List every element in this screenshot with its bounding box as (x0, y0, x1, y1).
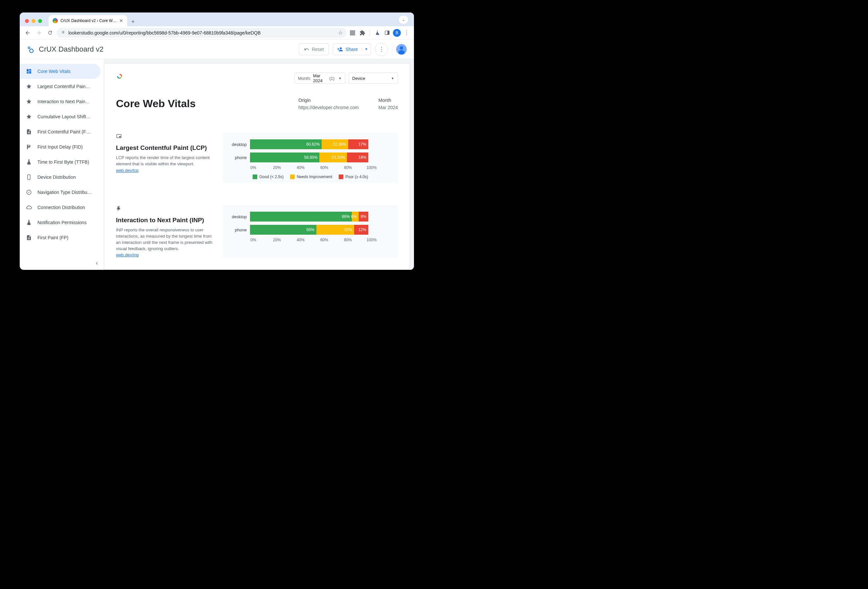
bar-track: 86%6%8% (250, 212, 368, 222)
month-value: Mar 2024 (378, 105, 398, 110)
dashboard-icon (26, 68, 32, 74)
svg-point-4 (29, 47, 30, 48)
collapse-sidebar-button[interactable]: ‹ (96, 260, 98, 266)
sidebar-item-label: Cumulative Layout Shift… (37, 114, 91, 119)
sidebar-item-1[interactable]: Largest Contentful Pain… (20, 79, 100, 94)
doc-icon (26, 129, 32, 135)
metric-link[interactable]: web.dev/lcp (116, 168, 139, 173)
legend-item: Good (< 2.5s) (252, 175, 283, 179)
axis-tick: 100% (367, 238, 377, 242)
forward-button[interactable] (34, 28, 43, 37)
metric-description: INP reports the overall responsiveness t… (116, 227, 214, 252)
url-text: lookerstudio.google.com/u/0/reporting/bb… (68, 30, 261, 36)
sidebar-item-label: First Paint (FP) (37, 235, 68, 240)
arrow-left-icon (25, 30, 31, 36)
sidebar-item-8[interactable]: Navigation Type Distribu… (20, 185, 100, 200)
chevron-down-icon: ▼ (338, 77, 342, 80)
bar-segment-good: 86% (250, 212, 352, 222)
legend-item: Needs Improvement (290, 175, 332, 179)
bar-segment-poor: 8% (359, 212, 368, 222)
sidebar-item-5[interactable]: First Input Delay (FID) (20, 139, 100, 154)
bar-segment-good: 56% (250, 225, 316, 235)
close-window-icon[interactable] (25, 19, 29, 23)
metric-link[interactable]: web.dev/inp (116, 252, 139, 258)
sidebar-item-label: First Input Delay (FID) (37, 144, 83, 149)
close-tab-icon[interactable]: ✕ (119, 18, 123, 23)
more-options-button[interactable]: ⋮ (375, 43, 388, 56)
reload-button[interactable] (45, 28, 55, 37)
metric-chart: desktop60.62%22.38%17%phone58.85%23.33%1… (223, 133, 398, 182)
browser-tab[interactable]: CrUX Dashboard v2 › Core W… ✕ (49, 15, 127, 26)
legend-swatch-icon (339, 175, 343, 179)
profile-avatar[interactable]: B (393, 29, 401, 37)
bar-segment-good: 60.62% (250, 139, 322, 149)
sidebar-item-11[interactable]: First Paint (FP) (20, 230, 100, 245)
side-panel-icon[interactable] (383, 29, 391, 37)
flag-icon (26, 144, 32, 150)
cloud-icon (26, 204, 32, 210)
back-button[interactable] (23, 28, 32, 37)
bar-category-label: phone (230, 155, 250, 160)
device-filter[interactable]: Device ▼ (348, 73, 398, 84)
share-dropdown-icon[interactable]: ▼ (362, 47, 371, 51)
bar-segment-good: 58.85% (250, 152, 319, 162)
sidebar-item-label: Interaction to Next Pain… (37, 99, 90, 104)
sidebar-item-10[interactable]: Notification Permissions (20, 215, 100, 230)
browser-menu-icon[interactable]: ⋮ (403, 29, 411, 37)
url-field[interactable]: lookerstudio.google.com/u/0/reporting/bb… (56, 28, 347, 38)
share-button[interactable]: Share ▼ (333, 43, 371, 55)
app-header: CrUX Dashboard v2 Reset Share ▼ ⋮ (20, 40, 414, 59)
sidebar-item-0[interactable]: Core Web Vitals (20, 64, 100, 79)
sidebar-item-3[interactable]: Cumulative Layout Shift… (20, 109, 100, 124)
chart-axis: 0%20%40%60%80%100% (253, 238, 372, 243)
divider (392, 43, 392, 55)
svg-rect-8 (28, 175, 30, 180)
axis-tick: 40% (297, 165, 304, 170)
star-icon (26, 99, 32, 105)
main-area: Month: Mar 2024 (1) ▼ Device ▼ Core Web … (104, 59, 414, 270)
bar-segment-poor: 17% (348, 139, 368, 149)
sidebar-item-6[interactable]: Time to First Byte (TTFB) (20, 154, 100, 170)
extension-icon[interactable] (348, 29, 356, 37)
bar-segment-ni: 6% (352, 212, 359, 222)
bookmark-icon[interactable]: ☆ (338, 30, 342, 36)
labs-icon[interactable] (373, 29, 381, 37)
chart-bar-row: desktop86%6%8% (230, 211, 391, 222)
report-canvas[interactable]: Month: Mar 2024 (1) ▼ Device ▼ Core Web … (104, 63, 410, 270)
reset-button[interactable]: Reset (299, 43, 329, 55)
metric-block: Interaction to Next Paint (INP)INP repor… (116, 206, 398, 258)
flask-icon (26, 219, 32, 225)
sidebar-item-7[interactable]: Device Distribution (20, 170, 100, 185)
account-avatar[interactable] (396, 44, 407, 55)
maximize-window-icon[interactable] (38, 19, 42, 23)
reload-icon (47, 30, 53, 36)
sidebar-item-4[interactable]: First Contentful Paint (F… (20, 124, 100, 139)
device-icon (26, 174, 32, 180)
metric-block: Largest Contentful Paint (LCP)LCP report… (116, 133, 398, 182)
browser-tabbar: CrUX Dashboard v2 › Core W… ✕ + ⌄ (20, 12, 414, 26)
site-settings-icon[interactable] (61, 30, 66, 36)
address-bar: lookerstudio.google.com/u/0/reporting/bb… (20, 26, 414, 40)
star-icon (26, 83, 32, 89)
metric-description: LCP reports the render time of the large… (116, 155, 214, 167)
tabs-overflow-button[interactable]: ⌄ (399, 16, 408, 24)
metric-icon (116, 133, 214, 141)
window-controls (24, 19, 45, 26)
tab-title: CrUX Dashboard v2 › Core W… (61, 18, 117, 23)
minimize-window-icon[interactable] (31, 19, 35, 23)
bar-segment-ni: 23.33% (319, 152, 347, 162)
metric-title: Interaction to Next Paint (INP) (116, 217, 214, 224)
new-tab-button[interactable]: + (128, 17, 138, 26)
bar-category-label: desktop (230, 214, 250, 219)
extensions-menu-icon[interactable] (359, 29, 366, 37)
chevron-down-icon: ▼ (391, 77, 394, 80)
month-filter[interactable]: Month: Mar 2024 (1) ▼ (294, 73, 345, 84)
sidebar-item-9[interactable]: Connection Distribution (20, 200, 100, 215)
axis-tick: 20% (273, 238, 281, 242)
origin-label: Origin (298, 98, 359, 103)
origin-value: https://developer.chrome.com (298, 105, 359, 110)
sidebar-item-2[interactable]: Interaction to Next Pain… (20, 94, 100, 109)
doc-icon (26, 235, 32, 241)
compass-icon (26, 189, 32, 195)
web-vitals-icon (116, 73, 123, 80)
